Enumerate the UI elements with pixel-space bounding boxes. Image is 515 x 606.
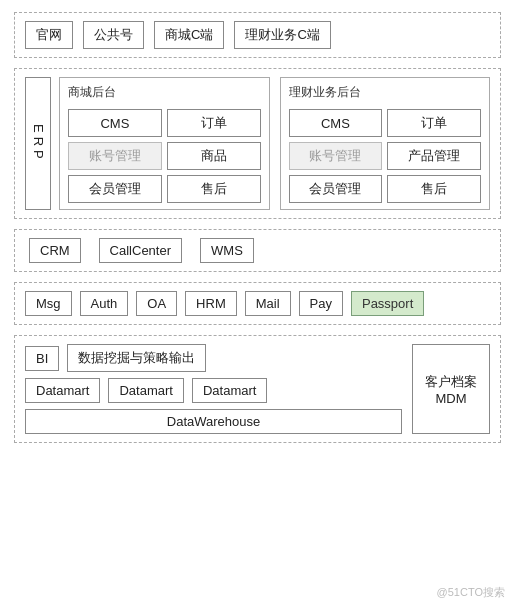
row5-middle: Datamart Datamart Datamart — [25, 378, 402, 403]
row5-top: BI 数据挖掘与策略输出 — [25, 344, 402, 372]
mall-backend: 商城后台 CMS 订单 账号管理 商品 会员管理 售后 — [59, 77, 270, 210]
auth-box: Auth — [80, 291, 129, 316]
mall-member: 会员管理 — [68, 175, 162, 203]
datamart1-box: Datamart — [25, 378, 100, 403]
mall-order: 订单 — [167, 109, 261, 137]
item-guanwang: 官网 — [25, 21, 73, 49]
mail-box: Mail — [245, 291, 291, 316]
main-container: 官网 公共号 商城C端 理财业务C端 ERP 商城后台 CMS 订单 账号管理 … — [0, 0, 515, 455]
row3-section: CRM CallCenter WMS — [14, 229, 501, 272]
mall-product: 商品 — [167, 142, 261, 170]
finance-backend: 理财业务后台 CMS 订单 账号管理 产品管理 会员管理 售后 — [280, 77, 491, 210]
mall-backend-grid: CMS 订单 账号管理 商品 会员管理 售后 — [68, 109, 261, 203]
row5-section: BI 数据挖掘与策略输出 Datamart Datamart Datamart … — [14, 335, 501, 443]
row5-left: BI 数据挖掘与策略输出 Datamart Datamart Datamart … — [25, 344, 402, 434]
mall-account: 账号管理 — [68, 142, 162, 170]
item-gonggonghao: 公共号 — [83, 21, 144, 49]
finance-aftersale: 售后 — [387, 175, 481, 203]
datawarehouse-box: DataWarehouse — [25, 409, 402, 434]
finance-product-mgmt: 产品管理 — [387, 142, 481, 170]
wms-box: WMS — [200, 238, 254, 263]
hrm-box: HRM — [185, 291, 237, 316]
datamart2-box: Datamart — [108, 378, 183, 403]
finance-member: 会员管理 — [289, 175, 383, 203]
msg-box: Msg — [25, 291, 72, 316]
row4-section: Msg Auth OA HRM Mail Pay Passport — [14, 282, 501, 325]
item-mall-c: 商城C端 — [154, 21, 224, 49]
mall-cms: CMS — [68, 109, 162, 137]
watermark: @51CTO搜索 — [437, 585, 505, 600]
item-finance-c: 理财业务C端 — [234, 21, 330, 49]
finance-account: 账号管理 — [289, 142, 383, 170]
finance-backend-grid: CMS 订单 账号管理 产品管理 会员管理 售后 — [289, 109, 482, 203]
datamart3-box: Datamart — [192, 378, 267, 403]
datamining-box: 数据挖掘与策略输出 — [67, 344, 206, 372]
backends-container: 商城后台 CMS 订单 账号管理 商品 会员管理 售后 理财业务后台 CMS 订… — [59, 77, 490, 210]
row2-section: ERP 商城后台 CMS 订单 账号管理 商品 会员管理 售后 理财业务后台 C… — [14, 68, 501, 219]
bi-box: BI — [25, 346, 59, 371]
finance-backend-title: 理财业务后台 — [289, 84, 482, 101]
callcenter-box: CallCenter — [99, 238, 182, 263]
finance-cms: CMS — [289, 109, 383, 137]
row5-bottom: DataWarehouse — [25, 409, 402, 434]
oa-box: OA — [136, 291, 177, 316]
crm-box: CRM — [29, 238, 81, 263]
finance-order: 订单 — [387, 109, 481, 137]
mall-aftersale: 售后 — [167, 175, 261, 203]
mall-backend-title: 商城后台 — [68, 84, 261, 101]
erp-label: ERP — [25, 77, 51, 210]
pay-box: Pay — [299, 291, 343, 316]
row1-section: 官网 公共号 商城C端 理财业务C端 — [14, 12, 501, 58]
mdm-box: 客户档案MDM — [412, 344, 490, 434]
passport-box: Passport — [351, 291, 424, 316]
